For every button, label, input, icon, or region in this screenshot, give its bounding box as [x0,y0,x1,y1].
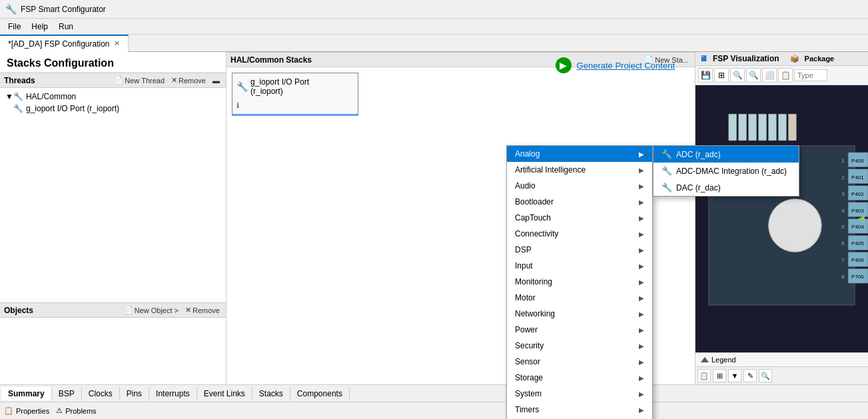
menu-run[interactable]: Run [53,21,79,33]
tab-bsp[interactable]: BSP [52,387,82,400]
submenu-dac[interactable]: 🔧 DAC (r_dac) [653,179,799,196]
rb-btn-3[interactable]: ▼ [728,369,741,382]
right-toolbar: 💾 ⊞ 🔍 🔍 ⬜ 📋 [695,66,868,85]
context-menu-captouch[interactable]: CapTouch ▶ [507,210,652,226]
context-menu: Analog ▶ Artificial Intelligence ▶ Audio… [506,145,653,419]
save-toolbar-btn[interactable]: 💾 [698,68,713,83]
analog-submenu: 🔧 ADC (r_adc) 🔧 ADC-DMAC Integration (r_… [653,145,799,197]
zoom-out-btn[interactable]: ⬜ [762,68,777,83]
context-menu-sensor[interactable]: Sensor ▶ [507,354,652,370]
right-panel: 🖥 FSP Visualization 📦 Package 💾 ⊞ 🔍 🔍 ⬜ … [695,52,868,384]
new-object-button[interactable]: 📄 New Object > [122,305,181,315]
submenu-adc[interactable]: 🔧 ADC (r_adc) [653,146,799,163]
search-toolbar-btn[interactable]: 🔍 [730,68,745,83]
connectivity-submenu-arrow: ▶ [639,230,644,238]
svg-text:P402: P402 [851,191,864,197]
bottom-tabs: Summary BSP Clocks Pins Interrupts Event… [0,384,868,402]
context-menu-networking[interactable]: Networking ▶ [507,306,652,322]
tab-summary[interactable]: Summary [1,387,52,400]
main-tab[interactable]: *[AD_DA] FSP Configuration ✕ [0,35,129,52]
context-menu-input[interactable]: Input ▶ [507,258,652,274]
monitoring-submenu-arrow: ▶ [639,278,644,286]
power-submenu-arrow: ▶ [639,326,644,334]
rb-btn-2[interactable]: ⊞ [713,369,726,382]
networking-submenu-arrow: ▶ [639,310,644,318]
svg-text:7: 7 [841,257,845,263]
component-box[interactable]: 🔧 g_ioport I/O Port (r_ioport) ℹ [232,73,358,116]
context-menu-monitoring[interactable]: Monitoring ▶ [507,274,652,290]
svg-text:P406: P406 [851,257,864,263]
left-panel: Stacks Configuration Threads 📄 New Threa… [0,52,226,384]
viz-icon: 🖥 [699,54,707,63]
svg-rect-6 [759,114,767,141]
viz-area: P511 P512 P513 P174 P173 P806 VCC [695,85,868,352]
thread-item-ioport[interactable]: 🔧 g_ioport I/O Port (r_ioport) [3,103,223,115]
input-submenu-arrow: ▶ [639,262,644,270]
rb-btn-4[interactable]: ✎ [743,369,757,382]
chip-svg: P511 P512 P513 P174 P173 P806 VCC [695,85,868,352]
svg-text:5: 5 [841,224,845,230]
context-menu-bootloader[interactable]: Bootloader ▶ [507,194,652,210]
svg-rect-2 [739,114,747,141]
context-menu-audio[interactable]: Audio ▶ [507,178,652,194]
svg-text:P404: P404 [851,224,864,230]
context-menu-system[interactable]: System ▶ [507,386,652,402]
menu-help[interactable]: Help [26,21,53,33]
context-menu-ai[interactable]: Artificial Intelligence ▶ [507,162,652,178]
tab-clocks[interactable]: Clocks [82,387,120,400]
context-menu-storage[interactable]: Storage ▶ [507,370,652,386]
zoom-in-btn[interactable]: 🔍 [746,68,761,83]
title-bar: 🔧 FSP Smart Configurator [0,0,868,19]
remove-thread-button[interactable]: ✕ Remove [169,75,208,85]
svg-rect-8 [769,114,777,141]
tab-bar: *[AD_DA] FSP Configuration ✕ [0,35,868,52]
threads-section-header: Threads 📄 New Thread ✕ Remove ▬ [0,73,226,88]
collapse-icon: ▼ [5,92,13,101]
problems-icon: ⚠ [56,406,63,415]
submenu-adc-dmac[interactable]: 🔧 ADC-DMAC Integration (r_adc) [653,163,799,179]
new-thread-button[interactable]: 📄 New Thread [112,75,167,85]
context-menu-motor[interactable]: Motor ▶ [507,290,652,306]
thread-minimize-button[interactable]: ▬ [211,75,222,85]
context-menu-security[interactable]: Security ▶ [507,338,652,354]
tab-close-icon[interactable]: ✕ [114,39,120,48]
fit-toolbar-btn[interactable]: ⊞ [714,68,729,83]
legend-area: Legend [695,352,868,366]
tab-event-links[interactable]: Event Links [197,387,252,400]
context-menu-power[interactable]: Power ▶ [507,322,652,338]
rb-btn-5[interactable]: 🔍 [759,369,772,382]
tab-interrupts[interactable]: Interrupts [149,387,197,400]
rb-btn-1[interactable]: 📋 [697,369,711,382]
motor-submenu-arrow: ▶ [639,294,644,302]
export-btn[interactable]: 📋 [778,68,793,83]
properties-icon: 📋 [4,406,13,415]
type-input[interactable] [794,69,827,81]
svg-text:1: 1 [841,158,845,164]
properties-status[interactable]: 📋 Properties [4,406,49,415]
remove-object-button[interactable]: ✕ Remove [183,305,222,315]
svg-text:P401: P401 [851,175,864,181]
context-menu-analog[interactable]: Analog ▶ [507,146,652,162]
context-menu-timers[interactable]: Timers ▶ [507,402,652,418]
tab-components[interactable]: Components [290,387,350,400]
legend-triangle[interactable] [701,357,709,362]
problems-status[interactable]: ⚠ Problems [56,406,96,415]
tab-stacks[interactable]: Stacks [252,387,290,400]
context-menu-connectivity[interactable]: Connectivity ▶ [507,226,652,242]
thread-item-icon: 🔧 [13,104,23,113]
new-thread-icon: 📄 [114,76,123,85]
stacks-label: HAL/Common Stacks [230,55,312,65]
menu-file[interactable]: File [3,21,26,33]
dac-icon: 🔧 [661,183,672,193]
svg-text:P405: P405 [851,240,864,246]
tab-pins[interactable]: Pins [120,387,149,400]
svg-rect-4 [749,114,757,141]
thread-group-header[interactable]: ▼ 🔧 HAL/Common [3,91,223,103]
app-icon: 🔧 [5,4,17,15]
svg-text:P403: P403 [851,208,864,214]
remove-thread-icon: ✕ [171,76,177,85]
context-menu-dsp[interactable]: DSP ▶ [507,242,652,258]
system-submenu-arrow: ▶ [639,390,644,398]
storage-submenu-arrow: ▶ [639,374,644,382]
remove-object-icon: ✕ [185,306,191,314]
